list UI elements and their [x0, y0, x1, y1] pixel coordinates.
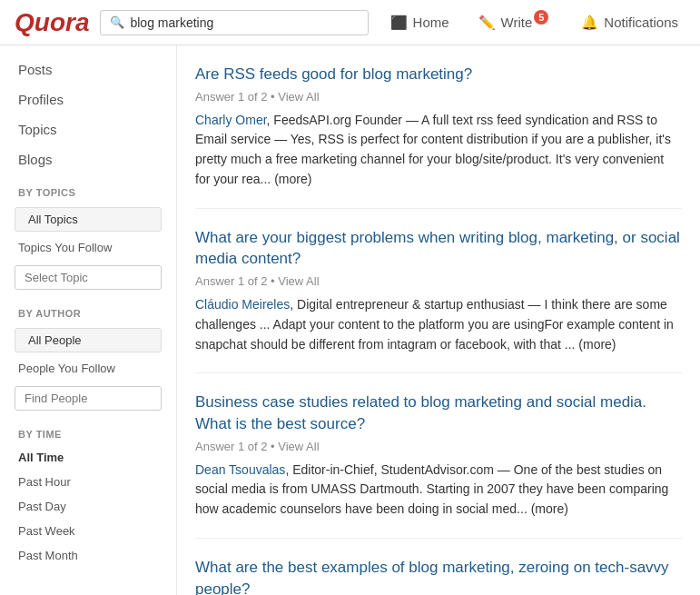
- quora-logo: Quora: [15, 8, 89, 37]
- all-topics-button[interactable]: All Topics: [15, 207, 162, 232]
- sidebar-item-blogs[interactable]: Blogs: [0, 144, 176, 174]
- bell-icon: 🔔: [581, 15, 598, 31]
- write-nav-item[interactable]: ✏️ Write 5: [471, 11, 560, 35]
- time-filter-all-time[interactable]: All Time: [0, 445, 176, 470]
- all-people-button[interactable]: All People: [15, 328, 162, 352]
- result-author[interactable]: Cláudio Meireles: [195, 297, 290, 312]
- home-icon: ⬛: [390, 15, 408, 31]
- home-nav-item[interactable]: ⬛ Home: [383, 11, 457, 35]
- search-box[interactable]: 🔍: [100, 10, 368, 35]
- sidebar-item-profiles[interactable]: Profiles: [0, 84, 176, 114]
- header: Quora 🔍 ⬛ Home ✏️ Write 5 🔔 Notification…: [0, 0, 700, 45]
- sidebar-item-posts[interactable]: Posts: [0, 55, 176, 84]
- result-body: Dean Tsouvalas, Editor-in-Chief, Student…: [195, 461, 682, 520]
- find-people-input[interactable]: [15, 386, 162, 411]
- result-meta: Answer 1 of 2 • View All: [195, 90, 682, 104]
- result-item: Are RSS feeds good for blog marketing? A…: [195, 45, 682, 209]
- by-author-label: BY AUTHOR: [0, 295, 176, 324]
- sidebar-item-topics[interactable]: Topics: [0, 114, 176, 144]
- result-item: What are the best examples of blog marke…: [195, 539, 682, 595]
- write-label: Write: [501, 15, 533, 30]
- result-meta: Answer 1 of 2 • View All: [195, 274, 682, 288]
- by-topics-label: BY TOPICS: [0, 174, 176, 203]
- result-title[interactable]: What are your biggest problems when writ…: [195, 227, 682, 271]
- time-filter-past-hour[interactable]: Past Hour: [0, 470, 176, 494]
- people-you-follow-link[interactable]: People You Follow: [0, 356, 176, 381]
- result-body: Charly Omer, FeedsAPI.org Founder — A fu…: [195, 111, 682, 190]
- time-filter-past-week[interactable]: Past Week: [0, 519, 176, 543]
- result-more-link[interactable]: (more): [531, 501, 568, 516]
- main-content: Are RSS feeds good for blog marketing? A…: [177, 45, 700, 595]
- result-title[interactable]: Are RSS feeds good for blog marketing?: [195, 64, 682, 85]
- notifications-nav-item[interactable]: 🔔 Notifications: [574, 11, 685, 35]
- result-author[interactable]: Dean Tsouvalas: [195, 462, 285, 477]
- result-more-link[interactable]: (more): [274, 172, 311, 186]
- nav-items: ⬛ Home ✏️ Write 5 🔔 Notifications: [383, 11, 685, 35]
- result-title[interactable]: What are the best examples of blog marke…: [195, 557, 682, 595]
- write-badge: 5: [534, 10, 548, 25]
- result-body: Cláudio Meireles, Digital entrepreneur &…: [195, 295, 682, 354]
- result-item: What are your biggest problems when writ…: [195, 209, 682, 374]
- sidebar: Posts Profiles Topics Blogs BY TOPICS Al…: [0, 45, 177, 595]
- home-label: Home: [413, 15, 449, 30]
- notifications-label: Notifications: [604, 15, 678, 30]
- by-time-label: BY TIME: [0, 416, 176, 445]
- result-author[interactable]: Charly Omer: [195, 113, 267, 127]
- layout: Posts Profiles Topics Blogs BY TOPICS Al…: [0, 45, 700, 595]
- search-input[interactable]: [130, 15, 358, 30]
- result-title[interactable]: Business case studies related to blog ma…: [195, 392, 682, 435]
- search-icon: 🔍: [110, 15, 124, 29]
- select-topic-input[interactable]: [15, 265, 162, 290]
- result-more-link[interactable]: (more): [578, 337, 616, 352]
- time-filter-past-month[interactable]: Past Month: [0, 543, 176, 568]
- result-meta: Answer 1 of 2 • View All: [195, 440, 682, 453]
- topics-you-follow-link[interactable]: Topics You Follow: [0, 235, 176, 260]
- time-filter-past-day[interactable]: Past Day: [0, 494, 176, 519]
- result-item: Business case studies related to blog ma…: [195, 373, 682, 539]
- write-icon: ✏️: [478, 15, 496, 31]
